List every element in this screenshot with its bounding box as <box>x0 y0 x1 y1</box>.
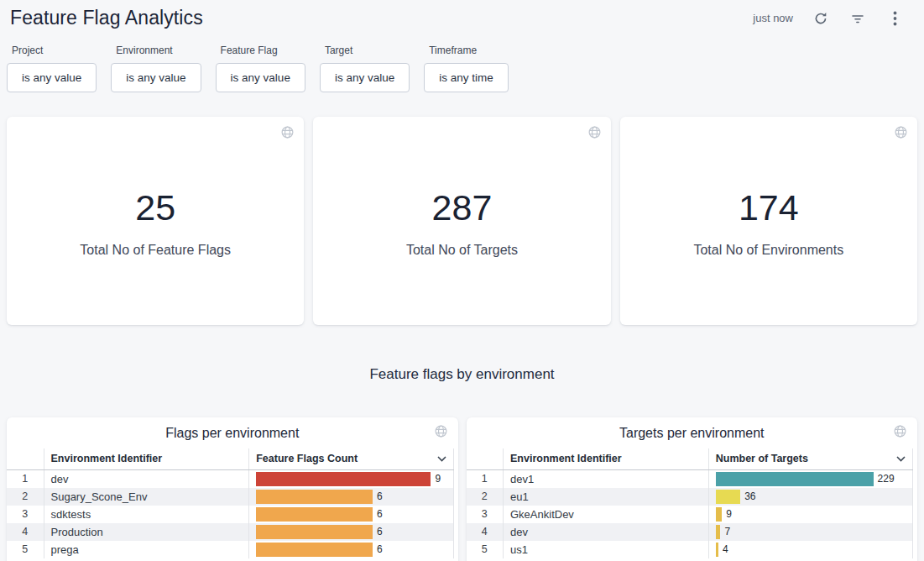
globe-icon <box>894 125 908 139</box>
value-bar <box>256 525 373 539</box>
stat-label: Total No of Targets <box>406 243 518 258</box>
value-bar <box>716 525 721 539</box>
filter-label: Target <box>325 45 410 56</box>
bar-value-label: 4 <box>723 543 728 555</box>
column-header-value[interactable]: Feature Flags Count <box>249 448 453 470</box>
value-bar-cell: 9 <box>249 470 453 488</box>
filter-label: Environment <box>116 45 201 56</box>
value-bar <box>716 490 740 504</box>
column-header-value[interactable]: Number of Targets <box>708 448 912 470</box>
table-row[interactable]: 4dev7 <box>467 523 913 541</box>
filter-label: Project <box>12 45 97 56</box>
refresh-icon <box>813 11 828 26</box>
table-header-row: Environment IdentifierFeature Flags Coun… <box>7 448 453 470</box>
value-bar-cell: 6 <box>249 506 453 523</box>
bar-value-label: 229 <box>878 473 895 485</box>
stat-value: 174 <box>693 187 843 228</box>
environment-identifier-cell: dev1 <box>504 470 709 488</box>
stat-label: Total No of Feature Flags <box>80 243 231 258</box>
environment-identifier-cell: dev <box>504 523 709 541</box>
page-title: Feature Flag Analytics <box>10 7 203 29</box>
column-header[interactable] <box>467 448 504 470</box>
table-row[interactable]: 3GkeAnkitDev9 <box>467 506 913 523</box>
filter-project-value-button[interactable]: is any value <box>7 63 97 92</box>
bar-value-label: 9 <box>726 508 732 520</box>
bar-value-label: 36 <box>744 490 755 502</box>
row-index: 2 <box>7 488 44 506</box>
bar-value-label: 9 <box>435 473 441 485</box>
value-bar-cell: 229 <box>708 470 912 488</box>
stat-value: 25 <box>80 187 231 228</box>
column-header[interactable]: Environment Identifier <box>44 448 249 470</box>
table-row[interactable]: 3sdktests6 <box>7 506 453 523</box>
globe-icon <box>587 125 602 139</box>
value-bar <box>256 490 373 504</box>
refresh-button[interactable] <box>812 9 830 28</box>
chevron-down-icon[interactable] <box>896 456 906 462</box>
value-bar <box>256 507 373 522</box>
dashboard-page: Feature Flag Analytics just now Pr <box>0 0 924 561</box>
table-row[interactable]: 2eu136 <box>467 488 913 506</box>
filter-timeframe-value-button[interactable]: is any time <box>424 63 509 92</box>
table-row[interactable]: 1dev9 <box>7 470 453 488</box>
environment-identifier-cell: dev <box>44 470 249 488</box>
row-index: 3 <box>467 506 504 523</box>
environment-identifier-cell: Production <box>44 523 249 541</box>
globe-icon <box>434 424 448 438</box>
column-header[interactable] <box>7 448 44 470</box>
filter-project: Project is any value <box>7 45 97 92</box>
row-index: 3 <box>7 506 44 523</box>
row-index: 4 <box>7 523 44 541</box>
filter-target-value-button[interactable]: is any value <box>320 63 410 92</box>
more-menu-button[interactable] <box>885 9 904 28</box>
filters-toggle-button[interactable] <box>848 9 867 28</box>
filter-environment: Environment is any value <box>111 45 201 92</box>
filter-feature-flag: Feature Flag is any value <box>216 45 305 92</box>
table-row[interactable]: 5us14 <box>467 541 913 558</box>
row-index: 1 <box>7 470 44 488</box>
kebab-menu-icon <box>893 11 897 26</box>
value-bar-cell: 9 <box>708 506 912 523</box>
stat-card-targets: 287 Total No of Targets <box>313 117 610 325</box>
filter-feature-flag-value-button[interactable]: is any value <box>216 63 305 92</box>
value-bar <box>256 543 373 557</box>
filter-bar: Project is any value Environment is any … <box>7 45 917 92</box>
column-header[interactable]: Environment Identifier <box>504 448 709 470</box>
environment-identifier-cell: Sugary_Scone_Env <box>44 488 249 506</box>
stat-card-feature-flags: 25 Total No of Feature Flags <box>7 117 304 325</box>
last-refresh-label: just now <box>753 12 793 24</box>
filter-timeframe: Timeframe is any time <box>424 45 509 92</box>
bar-value-label: 6 <box>377 508 383 520</box>
table-header-row: Environment IdentifierNumber of Targets <box>467 448 913 470</box>
value-bar-cell: 4 <box>708 541 912 558</box>
value-bar-cell: 7 <box>708 523 912 541</box>
table-row[interactable]: 1dev1229 <box>467 470 913 488</box>
bar-value-label: 6 <box>377 543 383 555</box>
stat-cards-row: 25 Total No of Feature Flags 287 Total N… <box>7 117 917 325</box>
value-bar-cell: 36 <box>708 488 912 506</box>
table-row[interactable]: 4Production6 <box>7 523 453 541</box>
value-bar-cell: 6 <box>249 523 453 541</box>
row-index: 5 <box>467 541 504 558</box>
table-card-targets-per-environment: Targets per environment Environment Iden… <box>467 417 918 561</box>
table-row[interactable]: 2Sugary_Scone_Env6 <box>7 488 453 506</box>
value-bar-cell: 6 <box>249 488 453 506</box>
charts-row: Flags per environment Environment Identi… <box>7 417 917 561</box>
environment-identifier-cell: prega <box>44 541 249 558</box>
table-card-flags-per-environment: Flags per environment Environment Identi… <box>7 417 458 561</box>
flags-per-environment-table: Environment IdentifierFeature Flags Coun… <box>7 448 454 558</box>
value-bar <box>716 472 874 486</box>
section-title: Feature flags by environment <box>7 366 917 383</box>
row-index: 1 <box>467 470 504 488</box>
environment-identifier-cell: eu1 <box>504 488 709 506</box>
dashboard-header: Feature Flag Analytics just now <box>7 0 917 32</box>
row-index: 4 <box>467 523 504 541</box>
row-index: 5 <box>7 541 44 558</box>
chart-title: Flags per environment <box>7 426 458 441</box>
filter-environment-value-button[interactable]: is any value <box>111 63 201 92</box>
filter-target: Target is any value <box>320 45 410 92</box>
filter-icon <box>850 11 865 26</box>
chevron-down-icon[interactable] <box>437 456 446 462</box>
table-row[interactable]: 5prega6 <box>7 541 453 558</box>
environment-identifier-cell: us1 <box>504 541 709 558</box>
